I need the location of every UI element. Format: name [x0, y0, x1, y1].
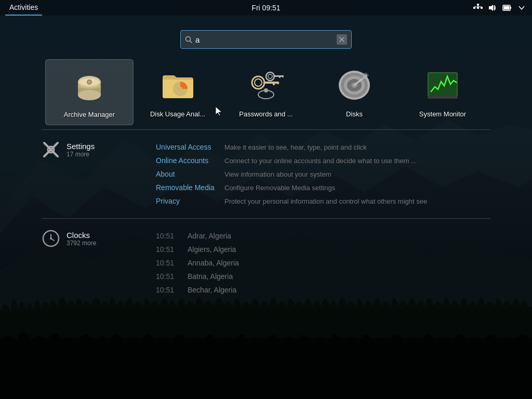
svg-rect-1	[477, 4, 479, 6]
settings-item-desc: Protect your personal information and co…	[224, 197, 427, 205]
app-archive-manager[interactable]: Archive Manager	[45, 59, 134, 125]
settings-item-desc: View information about your system	[224, 170, 331, 178]
clock-time: 10:51	[156, 259, 179, 267]
archive-manager-label: Archive Manager	[64, 111, 115, 118]
network-icon[interactable]	[473, 3, 483, 13]
app-system-monitor[interactable]: System Monitor	[398, 59, 487, 125]
svg-rect-2	[473, 7, 475, 9]
svg-point-21	[88, 81, 91, 84]
settings-item-desc: Make it easier to see, hear, type, point…	[224, 143, 367, 151]
clock-row-algiers[interactable]: 10:51 Algiers, Algeria	[156, 243, 490, 256]
search-icon	[185, 36, 192, 43]
disks-icon	[334, 64, 375, 106]
clock-display: Fri 09:51	[251, 4, 280, 12]
system-monitor-label: System Monitor	[419, 110, 466, 118]
settings-row-about[interactable]: About View information about your system	[156, 167, 490, 181]
passwords-icon	[245, 64, 287, 106]
search-overlay: Archive Manager Disk Usage Anal...	[0, 16, 532, 399]
clocks-title: Clocks	[66, 231, 96, 240]
topbar-right-icons	[473, 3, 527, 13]
section-divider-2	[42, 218, 490, 219]
settings-item-desc: Configure Removable Media settings	[224, 184, 335, 192]
clock-city: Adrar, Algeria	[188, 232, 231, 240]
settings-section: Settings 17 more Universal Access Make i…	[0, 134, 532, 214]
svg-point-23	[178, 87, 182, 91]
svg-rect-45	[428, 96, 458, 99]
settings-item-name: Removable Media	[156, 183, 218, 192]
search-clear-button[interactable]	[337, 34, 347, 45]
settings-header[interactable]: Settings 17 more	[42, 140, 145, 159]
svg-marker-8	[489, 5, 493, 11]
search-box[interactable]	[180, 30, 352, 49]
clock-icon	[42, 229, 60, 248]
search-input[interactable]	[195, 35, 334, 44]
settings-item-name: Privacy	[156, 197, 218, 205]
settings-item-name: Universal Access	[156, 143, 218, 151]
settings-item-name: Online Accounts	[156, 156, 218, 165]
svg-point-29	[266, 72, 274, 81]
svg-rect-26	[263, 82, 279, 84]
power-icon[interactable]	[502, 3, 512, 13]
svg-point-16	[78, 90, 101, 100]
svg-rect-27	[273, 82, 275, 85]
clocks-section: Clocks 3792 more 10:51 Adrar, Algeria 10…	[0, 223, 532, 303]
system-menu-button[interactable]	[516, 3, 527, 13]
passwords-label: Passwords and ...	[239, 110, 292, 118]
settings-row-universal-access[interactable]: Universal Access Make it easier to see, …	[156, 140, 490, 154]
svg-point-52	[50, 237, 52, 240]
topbar: Activities Fri 09:51	[0, 0, 532, 16]
disk-usage-label: Disk Usage Anal...	[150, 110, 205, 118]
volume-icon[interactable]	[487, 3, 498, 13]
clock-row-bechar[interactable]: 10:51 Bechar, Algeria	[156, 283, 490, 297]
svg-rect-11	[504, 6, 510, 10]
svg-point-24	[252, 76, 264, 89]
archive-manager-icon	[69, 65, 110, 107]
settings-row-online-accounts[interactable]: Online Accounts Connect to your online a…	[156, 154, 490, 167]
apps-section: Archive Manager Disk Usage Anal...	[0, 59, 532, 125]
svg-rect-33	[282, 75, 284, 77]
settings-title-block: Settings 17 more	[66, 142, 95, 158]
app-disk-usage[interactable]: Disk Usage Anal...	[134, 59, 222, 125]
clock-city: Annaba, Algeria	[188, 259, 239, 267]
settings-title: Settings	[66, 142, 95, 151]
settings-row-removable-media[interactable]: Removable Media Configure Removable Medi…	[156, 181, 490, 194]
clock-row-adrar[interactable]: 10:51 Adrar, Algeria	[156, 229, 490, 243]
disk-usage-icon	[157, 64, 198, 106]
clock-city: Batna, Algeria	[188, 272, 233, 281]
settings-items: Universal Access Make it easier to see, …	[156, 140, 490, 208]
app-disks[interactable]: Disks	[310, 59, 398, 125]
settings-subtitle: 17 more	[66, 151, 95, 158]
clock-row-batna[interactable]: 10:51 Batna, Algeria	[156, 270, 490, 283]
disks-label: Disks	[346, 110, 363, 118]
settings-item-name: About	[156, 170, 218, 178]
clock-row-annaba[interactable]: 10:51 Annaba, Algeria	[156, 256, 490, 270]
svg-point-25	[255, 79, 262, 86]
svg-rect-4	[481, 7, 483, 9]
section-divider-1	[42, 129, 490, 130]
svg-rect-10	[510, 7, 511, 9]
clock-time: 10:51	[156, 272, 179, 281]
clock-city: Bechar, Algeria	[188, 286, 236, 294]
clocks-title-block: Clocks 3792 more	[66, 231, 96, 247]
clocks-items: 10:51 Adrar, Algeria 10:51 Algiers, Alge…	[156, 229, 490, 297]
settings-row-privacy[interactable]: Privacy Protect your personal informatio…	[156, 194, 490, 208]
app-passwords[interactable]: Passwords and ...	[222, 59, 310, 125]
activities-button[interactable]: Activities	[5, 0, 42, 16]
svg-rect-3	[477, 7, 479, 9]
settings-icon	[42, 140, 60, 159]
search-container	[0, 16, 532, 49]
clock-time: 10:51	[156, 245, 179, 254]
svg-point-30	[268, 74, 272, 78]
svg-rect-28	[277, 82, 279, 84]
clocks-subtitle: 3792 more	[66, 240, 96, 247]
clock-city: Algiers, Algeria	[188, 245, 236, 254]
svg-rect-32	[279, 75, 281, 78]
clocks-header[interactable]: Clocks 3792 more	[42, 229, 145, 248]
svg-line-13	[190, 41, 192, 43]
clock-time: 10:51	[156, 232, 179, 240]
system-monitor-icon	[422, 64, 463, 106]
settings-item-desc: Connect to your online accounts and deci…	[224, 157, 417, 165]
svg-point-35	[264, 88, 268, 92]
clock-time: 10:51	[156, 286, 179, 294]
